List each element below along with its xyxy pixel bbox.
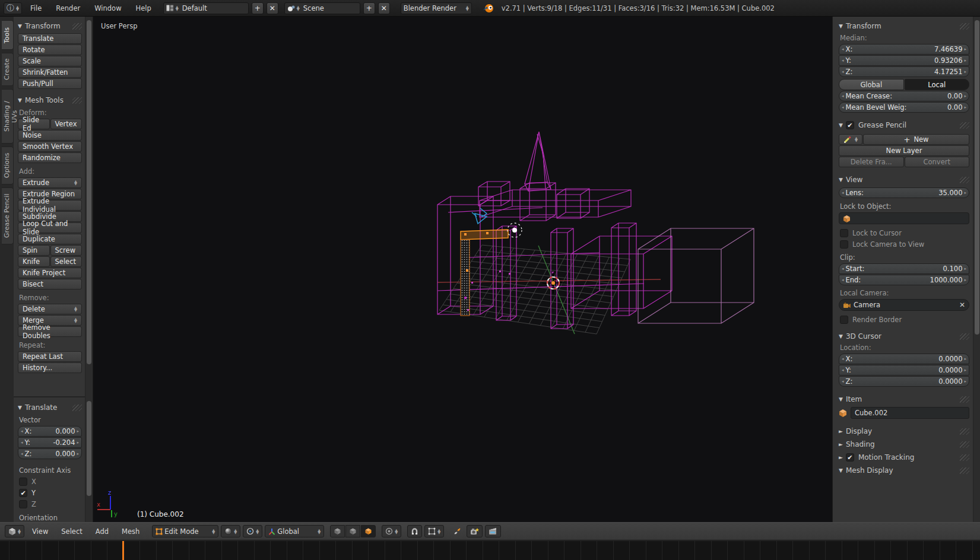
- snap-element-dropdown[interactable]: ▲▼: [424, 525, 444, 537]
- panel-header-shading[interactable]: ► Shading: [839, 440, 969, 448]
- global-toggle[interactable]: Global: [839, 79, 904, 90]
- lens-slider[interactable]: ◂Lens:35.000▸: [839, 187, 969, 198]
- motion-tracking-checkbox[interactable]: ✔: [846, 453, 854, 462]
- cursor-x-slider[interactable]: ◂X:0.0000▸: [839, 354, 969, 364]
- median-x-slider[interactable]: ◂X:7.46639▸: [839, 44, 969, 55]
- orientation-dropdown[interactable]: Global ▲▼: [265, 525, 324, 537]
- knife-project-button[interactable]: Knife Project: [18, 268, 82, 278]
- increment-arrow-icon[interactable]: ▸: [964, 278, 966, 282]
- increment-arrow-icon[interactable]: ▸: [964, 368, 966, 373]
- panel-header-mesh-display[interactable]: ▼ Mesh Display: [839, 466, 969, 475]
- grease-pencil-checkbox[interactable]: ✔: [846, 121, 854, 129]
- menu-add[interactable]: Add: [90, 527, 114, 536]
- panel-header-transform[interactable]: ▼ Transform: [18, 22, 82, 30]
- increment-arrow-icon[interactable]: ▸: [964, 47, 966, 52]
- panel-header-3d-cursor[interactable]: ▼ 3D Cursor: [839, 332, 969, 341]
- decrement-arrow-icon[interactable]: ◂: [842, 69, 844, 74]
- translate-button[interactable]: Translate: [18, 33, 82, 44]
- clip-start-slider[interactable]: ◂Start:0.100▸: [839, 263, 969, 274]
- spin-button[interactable]: Spin: [18, 245, 50, 256]
- viewport-3d[interactable]: x z y User Persp (1) Cube.002: [93, 17, 832, 522]
- decrement-arrow-icon[interactable]: ◂: [842, 379, 844, 384]
- mean-bevel-slider[interactable]: ◂Mean Bevel Weig:0.00▸: [839, 102, 969, 113]
- lock-to-cursor-checkbox[interactable]: [840, 229, 848, 237]
- panel-header-translate[interactable]: ▼ Translate: [18, 403, 82, 412]
- vector-z-slider[interactable]: ◂ Z: 0.000 ▸: [18, 448, 82, 459]
- repeat-last-button[interactable]: Repeat Last: [18, 351, 82, 362]
- push-pull-button[interactable]: Push/Pull: [18, 78, 82, 89]
- panel-header-mesh-tools[interactable]: ▼ Mesh Tools: [18, 96, 82, 104]
- slide-edge-button[interactable]: Slide Ed: [18, 119, 50, 129]
- decrement-arrow-icon[interactable]: ◂: [842, 266, 844, 271]
- increment-arrow-icon[interactable]: ▸: [964, 58, 966, 63]
- decrement-arrow-icon[interactable]: ◂: [842, 47, 844, 52]
- tab-shading-uvs[interactable]: Shading / UVs: [2, 89, 14, 144]
- grease-pencil-source-dropdown[interactable]: ▲▼: [839, 134, 862, 145]
- median-z-slider[interactable]: ◂Z:4.17251▸: [839, 66, 969, 77]
- lock-camera-checkbox[interactable]: [840, 240, 848, 249]
- constraint-x-checkbox[interactable]: [19, 478, 27, 486]
- menu-select[interactable]: Select: [56, 527, 87, 536]
- panel-header-motion-tracking[interactable]: ► ✔ Motion Tracking: [839, 453, 969, 462]
- decrement-arrow-icon[interactable]: ◂: [21, 451, 23, 456]
- new-layer-button[interactable]: New Layer: [839, 145, 969, 156]
- panel-header-display[interactable]: ► Display: [839, 427, 969, 435]
- increment-arrow-icon[interactable]: ▸: [964, 266, 966, 271]
- decrement-arrow-icon[interactable]: ◂: [842, 105, 844, 110]
- slide-vertex-button[interactable]: Vertex: [50, 119, 83, 129]
- close-layout-button[interactable]: ✕: [267, 2, 278, 14]
- editor-type-selector[interactable]: ⓘ ▲▼: [4, 2, 22, 14]
- lock-to-object-field[interactable]: [839, 212, 969, 224]
- bisect-button[interactable]: Bisect: [18, 279, 82, 289]
- scene-selector[interactable]: ▲▼ Scene: [284, 2, 360, 14]
- increment-arrow-icon[interactable]: ▸: [964, 190, 966, 195]
- vector-x-slider[interactable]: ◂ X: 0.000 ▸: [18, 426, 82, 437]
- tab-grease-pencil[interactable]: Grease Pencil: [2, 187, 14, 244]
- decrement-arrow-icon[interactable]: ◂: [21, 440, 23, 445]
- render-animation-button[interactable]: [485, 525, 501, 537]
- menu-view[interactable]: View: [27, 527, 53, 536]
- knife-select-button[interactable]: Select: [50, 256, 83, 267]
- cursor-y-slider[interactable]: ◂Y:0.0000▸: [839, 365, 969, 376]
- menu-window[interactable]: Window: [88, 4, 127, 12]
- item-name-field[interactable]: Cube.002: [851, 407, 969, 419]
- tab-create[interactable]: Create: [2, 53, 14, 86]
- tab-tools[interactable]: Tools: [2, 20, 14, 50]
- noise-button[interactable]: Noise: [18, 130, 82, 141]
- extrude-individual-button[interactable]: Extrude Individual: [18, 200, 82, 211]
- decrement-arrow-icon[interactable]: ◂: [21, 429, 23, 434]
- local-camera-field[interactable]: Camera ✕: [839, 299, 969, 311]
- render-opengl-button[interactable]: [467, 525, 483, 537]
- local-toggle[interactable]: Local: [905, 79, 970, 90]
- shading-dropdown[interactable]: ▲▼: [221, 525, 240, 537]
- increment-arrow-icon[interactable]: ▸: [964, 357, 966, 361]
- rotate-button[interactable]: Rotate: [18, 44, 82, 55]
- menu-help[interactable]: Help: [130, 4, 157, 12]
- close-scene-button[interactable]: ✕: [378, 2, 390, 14]
- manipulate-center-points-toggle[interactable]: [450, 525, 464, 537]
- decrement-arrow-icon[interactable]: ◂: [842, 357, 844, 361]
- panel-header-item[interactable]: ▼ Item: [839, 395, 969, 403]
- knife-button[interactable]: Knife: [18, 256, 50, 267]
- manipulator-scale-toggle[interactable]: [361, 525, 376, 537]
- render-engine-selector[interactable]: Blender Render ▲▼: [401, 2, 472, 14]
- decrement-arrow-icon[interactable]: ◂: [842, 58, 844, 63]
- cursor-z-slider[interactable]: ◂Z:0.0000▸: [839, 376, 969, 387]
- decrement-arrow-icon[interactable]: ◂: [842, 278, 844, 282]
- close-icon[interactable]: ✕: [959, 301, 965, 309]
- tool-shelf-scrollbar[interactable]: [85, 17, 93, 522]
- manipulator-rotate-toggle[interactable]: [345, 525, 360, 537]
- remove-doubles-button[interactable]: Remove Doubles: [18, 326, 82, 337]
- timeline-strip[interactable]: [0, 540, 980, 560]
- snap-toggle[interactable]: [407, 525, 422, 537]
- panel-header-grease-pencil[interactable]: ▼ ✔ Grease Pencil: [839, 121, 969, 129]
- scale-button[interactable]: Scale: [18, 56, 82, 66]
- increment-arrow-icon[interactable]: ▸: [964, 69, 966, 74]
- manipulator-translate-toggle[interactable]: [330, 525, 345, 537]
- vector-y-slider[interactable]: ◂ Y: -0.204 ▸: [18, 437, 82, 448]
- clip-end-slider[interactable]: ◂End:1000.000▸: [839, 275, 969, 285]
- panel-header-transform[interactable]: ▼ Transform: [839, 22, 969, 30]
- properties-scrollbar[interactable]: [973, 17, 980, 522]
- mode-dropdown[interactable]: Edit Mode ▲▼: [152, 525, 218, 537]
- add-layout-button[interactable]: +: [252, 2, 264, 14]
